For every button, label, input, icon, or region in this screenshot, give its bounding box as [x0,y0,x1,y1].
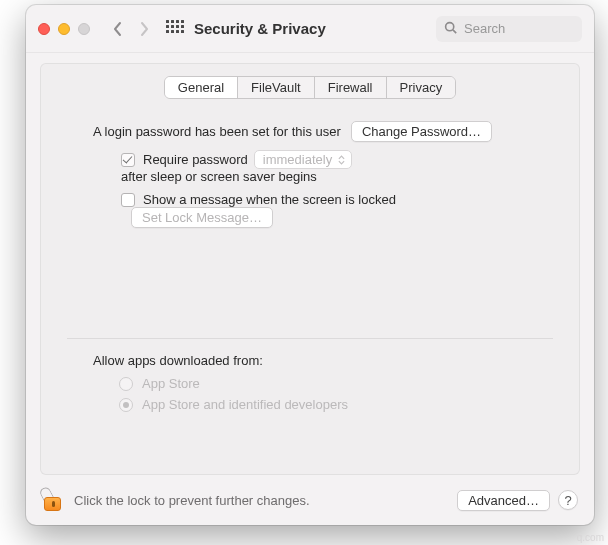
change-password-button[interactable]: Change Password… [351,121,492,142]
window-title: Security & Privacy [194,20,326,37]
back-button[interactable] [112,21,124,37]
allow-appstore-radio[interactable] [119,377,133,391]
tab-general[interactable]: General [165,77,238,98]
forward-button[interactable] [138,21,150,37]
show-lock-message-checkbox[interactable] [121,193,135,207]
allow-apps-section: Allow apps downloaded from: App Store Ap… [41,339,579,412]
lock-hint-label: Click the lock to prevent further change… [74,493,310,508]
nav-arrows [112,21,150,37]
close-window-button[interactable] [38,23,50,35]
help-button[interactable]: ? [558,490,578,510]
watermark: q.com [577,532,604,543]
set-lock-message-button[interactable]: Set Lock Message… [131,207,273,228]
require-password-label: Require password [143,152,248,167]
allow-appstore-dev-label: App Store and identified developers [142,397,348,412]
search-field[interactable] [436,16,582,42]
chevron-updown-icon [338,155,345,165]
titlebar: Security & Privacy [26,5,594,53]
show-lock-message-label: Show a message when the screen is locked [143,192,396,207]
tab-privacy[interactable]: Privacy [387,77,456,98]
allow-appstore-label: App Store [142,376,200,391]
search-input[interactable] [462,20,574,37]
svg-line-1 [453,29,456,32]
lock-toggle-button[interactable] [42,487,64,513]
tab-bar: General FileVault Firewall Privacy [41,76,579,99]
login-password-status-label: A login password has been set for this u… [93,124,341,139]
require-password-delay-select[interactable]: immediately [254,150,352,169]
traffic-lights [38,23,90,35]
require-password-suffix-label: after sleep or screen saver begins [121,169,317,184]
content-panel: General FileVault Firewall Privacy A log… [40,63,580,475]
general-pane: A login password has been set for this u… [41,99,579,228]
zoom-window-button[interactable] [78,23,90,35]
allow-appstore-dev-radio[interactable] [119,398,133,412]
require-password-delay-value: immediately [263,152,332,167]
search-icon [444,21,462,37]
svg-point-0 [446,22,454,30]
allow-apps-title: Allow apps downloaded from: [93,353,539,368]
require-password-checkbox[interactable] [121,153,135,167]
tab-filevault[interactable]: FileVault [238,77,315,98]
tab-firewall[interactable]: Firewall [315,77,387,98]
minimize-window-button[interactable] [58,23,70,35]
advanced-button[interactable]: Advanced… [457,490,550,511]
show-all-prefs-button[interactable] [166,20,184,38]
preferences-window: Security & Privacy General FileVault Fir… [26,5,594,525]
lock-body-icon [44,497,61,511]
footer: Click the lock to prevent further change… [26,475,594,525]
